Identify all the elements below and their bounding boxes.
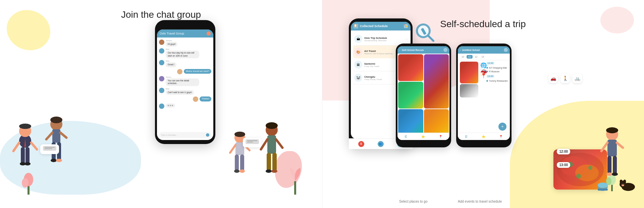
schedule-item-museum[interactable]: R Museum (486, 70, 508, 73)
untitled-bottom-bar: 🗓 ⭐ 📍 (458, 133, 510, 140)
phone-notch (175, 23, 195, 28)
msg-label-matt: Matt (166, 48, 199, 50)
time-1300: 13:00 (486, 75, 494, 78)
cs-header: 📋 Collected Schedule ✏️ (351, 22, 411, 30)
svg-point-55 (588, 166, 592, 170)
phone-screen: Oslo Travel Group Jessica Hi guys! (157, 29, 213, 140)
svg-rect-30 (267, 153, 271, 171)
search-icon-float (413, 20, 436, 45)
svg-line-8 (31, 143, 37, 149)
svg-point-62 (606, 172, 612, 176)
svg-rect-59 (607, 140, 617, 156)
chat-header-icon (207, 31, 211, 36)
chat-input-bar[interactable]: Type a message... (159, 132, 211, 138)
cs-item-text-oslo: Oslo Trip Schedule Snowboarding, Mountai… (364, 37, 404, 42)
svg-point-32 (266, 169, 272, 173)
svg-point-23 (234, 169, 239, 173)
schedule-image-col (460, 62, 478, 126)
msg-label-james: James (166, 76, 199, 78)
msg-row-4: Where should we meet? (159, 69, 211, 74)
food-grid (397, 54, 449, 130)
day-tab-11[interactable]: 11 (467, 55, 473, 59)
schedule-items-col: 12:00 KIT Shopping Mall R Museum 13:00 (486, 62, 508, 126)
side-icon-3[interactable]: 📍 (480, 72, 484, 76)
svg-point-63 (612, 172, 618, 176)
untitled-bar-icon-2[interactable]: ⭐ (482, 135, 485, 138)
avatar-me-2 (193, 96, 198, 102)
svg-rect-4 (25, 147, 30, 164)
msg-row-1: Jessica Hi guys! (159, 40, 211, 47)
svg-point-25 (234, 132, 245, 137)
svg-rect-60 (607, 156, 611, 174)
cs-item-icon-oslo: 🏔 (354, 35, 362, 43)
typing-dots (166, 103, 175, 108)
time-entry-1200: 12:00 (486, 62, 508, 65)
msg-bubble-6: Can't wait to see U guys! (166, 90, 194, 95)
svg-point-56 (576, 174, 581, 179)
cs-item-sub-oslo: Snowboarding, Mountain (364, 40, 404, 42)
person-right-figure (599, 124, 626, 191)
msg-bubble-4: Where should we meet? (184, 69, 211, 74)
sched-bar-icon-2[interactable]: ⭐ (421, 135, 425, 138)
svg-line-35 (261, 139, 267, 149)
avatar-matt (159, 48, 164, 54)
untitled-home[interactable] (504, 48, 508, 52)
svg-rect-44 (246, 139, 259, 144)
phone-body: Oslo Travel Group Jessica Hi guys! (155, 20, 215, 144)
food-img-1[interactable] (398, 54, 423, 81)
avatar-james (159, 76, 164, 81)
sched-bar-icon-3[interactable]: 📍 (439, 135, 442, 138)
msg-bubble-1: Hi guys! (166, 42, 177, 47)
car-icon[interactable]: 🚗 (548, 74, 558, 83)
untitled-bar-icon-1[interactable]: 🗓 (465, 135, 468, 138)
bg-blob-yellow (7, 10, 50, 50)
add-calendar-button[interactable]: + (498, 123, 506, 131)
sched-home-icon[interactable] (443, 48, 447, 52)
schedule-item-shopping[interactable]: KIT Shopping Mall (486, 67, 508, 69)
food-img-4[interactable] (398, 109, 423, 136)
svg-point-33 (271, 169, 277, 173)
day-tab-10[interactable]: 10 (460, 55, 466, 59)
cs-item-icon-chengdu: 🐼 (354, 74, 362, 82)
send-button[interactable] (206, 133, 209, 137)
dot-museum (486, 71, 488, 72)
cs-item-name-oslo: Oslo Trip Schedule (364, 37, 404, 40)
schedule-panda-img (460, 84, 478, 97)
left-section-title: Join the chat group (121, 9, 201, 20)
untitled-bar-icon-3[interactable]: 📍 (499, 135, 503, 138)
svg-rect-11 (52, 129, 60, 143)
svg-line-50 (429, 36, 433, 41)
bicycle-icon[interactable]: 🚲 (573, 74, 582, 83)
food-img-2[interactable] (424, 54, 449, 109)
svg-point-39 (22, 178, 29, 188)
schedule-item-restaurant-label: Yummy Restaurant (489, 80, 507, 82)
walk-icon[interactable]: 🚶 (560, 74, 570, 83)
untitled-phone: ‹ Untitled Sched 10 11 12 13 (456, 44, 512, 147)
chat-header: Oslo Travel Group (157, 29, 213, 38)
side-icon-1[interactable]: 🌐 (480, 62, 484, 66)
svg-point-34 (266, 122, 278, 129)
food-img-3[interactable] (398, 82, 423, 109)
sched-back[interactable]: ‹ (399, 49, 400, 52)
svg-rect-22 (240, 154, 244, 171)
sched-phone-screen: ‹ Self-Sched Recom 🗓 ⭐ 📍 (397, 46, 449, 140)
dot-3 (172, 105, 173, 106)
sched-bar-icon-1[interactable]: 🗓 (405, 135, 408, 138)
cs-item-oslo[interactable]: 🏔 Oslo Trip Schedule Snowboarding, Mount… (353, 32, 409, 46)
msg-bubble-5: You can see the detail schedule. (166, 78, 199, 86)
time-badge-1300: 13:00 (557, 162, 570, 168)
food-img-5[interactable] (424, 109, 449, 136)
svg-point-2 (19, 124, 31, 129)
schedule-item-restaurant[interactable]: Yummy Restaurant (486, 80, 508, 82)
cs-item-icon-art: 🎨 (354, 48, 362, 56)
untitled-back[interactable]: ‹ (460, 49, 461, 52)
day-tab-12[interactable]: 12 (473, 55, 479, 59)
chat-input[interactable]: Type a message... (161, 134, 205, 136)
msg-label-matt-2: Matt (166, 60, 176, 62)
svg-point-16 (50, 117, 62, 123)
day-tab-13[interactable]: 13 (480, 55, 486, 59)
avatar-typing (159, 103, 164, 109)
svg-point-24 (239, 169, 245, 173)
plant-right-pink (287, 164, 304, 195)
side-icon-2[interactable]: 🚗 (480, 67, 484, 71)
